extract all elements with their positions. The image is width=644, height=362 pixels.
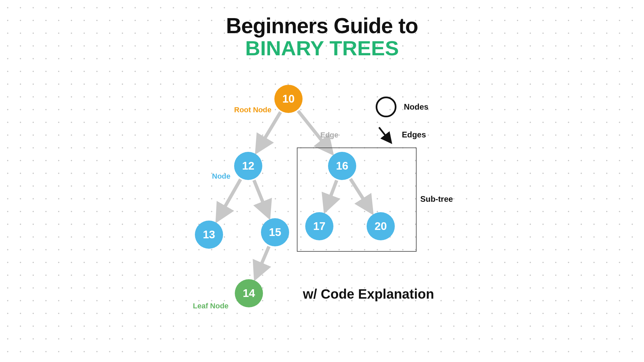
tree-node-15: 15 (261, 218, 289, 246)
tree-node-14: 14 (235, 279, 263, 307)
tree-node-13: 13 (195, 221, 223, 249)
diagram-canvas: Beginners Guide to BINARY TREES Nodes Ed… (0, 0, 644, 362)
tree-stage: 1012161315172014 Root Node Node Edge Lea… (188, 92, 463, 340)
tree-node-10: 10 (274, 85, 303, 113)
edge-12-15 (254, 180, 268, 216)
edge-10-12 (258, 112, 281, 150)
title-line-2: BINARY TREES (0, 36, 644, 60)
label-edge: Edge (320, 131, 338, 139)
label-node: Node (212, 172, 230, 181)
subtitle: w/ Code Explanation (303, 287, 434, 302)
title-block: Beginners Guide to BINARY TREES (0, 13, 644, 60)
label-sub-tree: Sub-tree (420, 194, 453, 204)
tree-node-20: 20 (367, 212, 395, 240)
tree-node-12: 12 (234, 152, 262, 180)
tree-node-17: 17 (305, 212, 333, 240)
label-leaf-node: Leaf Node (193, 302, 228, 310)
tree-node-16: 16 (328, 152, 356, 180)
edge-12-13 (218, 179, 240, 219)
label-root-node: Root Node (234, 106, 271, 114)
edge-15-14 (256, 246, 269, 277)
title-line-1: Beginners Guide to (0, 13, 644, 38)
